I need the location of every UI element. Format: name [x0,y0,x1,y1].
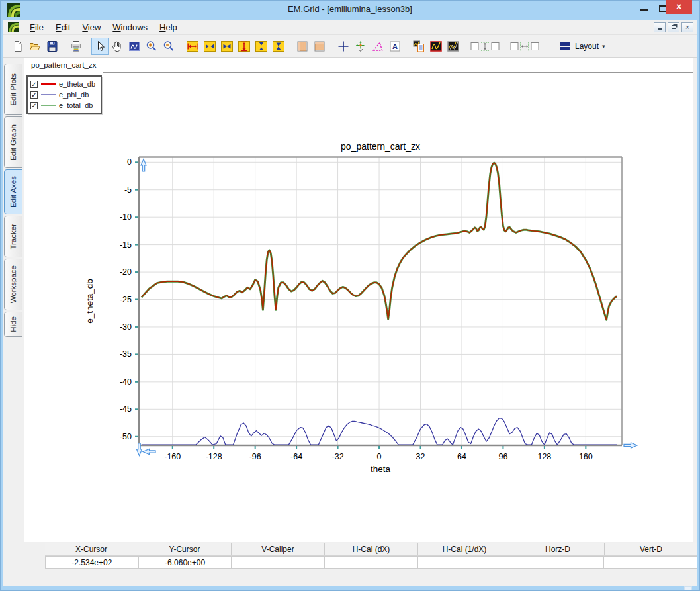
tracker-button[interactable] [352,38,369,55]
menu-windows[interactable]: Windows [107,21,153,34]
sidebar-tab-tracker[interactable]: Tracker [4,216,22,257]
y-tick-label: -15 [120,240,132,250]
minimize-button[interactable] [640,9,648,11]
layout-bars-icon [558,40,572,53]
document-tab[interactable]: po_pattern_cart_zx [24,58,103,73]
layout-dropdown[interactable]: Layout ▾ [554,38,609,54]
menu-file[interactable]: File [24,21,50,34]
menu-help[interactable]: Help [153,21,183,34]
fit-y-button[interactable] [270,38,287,55]
status-column-value: -6.060e+00 [139,556,232,569]
status-column-label: Y-Cursor [138,543,232,555]
status-column-label: V-Caliper [232,543,325,555]
compress-y-button[interactable] [253,38,270,55]
legend-series-label: e_total_db [59,101,93,109]
plot-report-icon [412,40,425,53]
plot-report-button[interactable] [410,38,427,55]
status-column-value [604,556,697,569]
title-bar[interactable]: EM.Grid - [emillumina_lesson3b] × [0,0,700,20]
x-tick-label: 128 [537,452,551,461]
sidebar-tab-label: Edit Axes [9,176,17,208]
v-gridlines-icon [296,40,309,53]
main-area: Edit PlotsEdit GraphEdit AxesTrackerWork… [3,58,697,586]
horizontal-spacing-button[interactable] [508,38,541,55]
caliper-button[interactable] [369,38,386,55]
menu-edit[interactable]: Edit [50,21,76,34]
tracker-crosshair-icon [354,40,367,53]
legend-series-label: e_theta_db [59,80,95,88]
window-title: EM.Grid - [emillumina_lesson3b] [0,4,700,14]
status-column-label: H-Cal (1/dX) [418,543,511,555]
vertical-spacing-button[interactable] [468,38,502,55]
crosshair-icon [337,40,350,53]
pan-tool-button[interactable] [109,38,126,55]
text-label-icon: A [388,40,402,53]
zoom-in-button[interactable] [143,38,160,55]
multi-plot-button[interactable] [445,38,462,55]
legend-row: ✓e_phi_db [30,89,95,100]
legend-checkbox[interactable]: ✓ [30,91,38,99]
chart[interactable]: -160-128-96-64-3203264961281600-5-10-15-… [24,73,693,542]
legend-line-sample [41,94,56,95]
sidebar-tab-hide[interactable]: Hide [4,312,22,337]
cursor-crosshair-button[interactable] [335,38,352,55]
v-compress-icon [255,40,268,53]
y-axis-top-handle[interactable] [141,159,146,172]
print-button[interactable] [67,38,85,55]
horizontal-gridlines-button[interactable] [311,38,328,55]
zoom-in-icon [145,40,158,53]
sidebar-tab-edit-graph[interactable]: Edit Graph [4,116,22,168]
y-tick-label: -25 [120,295,132,304]
svg-text:A: A [392,42,398,50]
mdi-restore-button[interactable] [668,22,679,32]
y-tick-label: -20 [120,267,132,277]
v-spacing-icon [470,40,500,53]
multi-plot-icon [447,40,460,53]
status-column-label: Horz-D [511,543,605,555]
sidebar-tab-edit-plots[interactable]: Edit Plots [4,64,22,115]
legend-row: ✓e_theta_db [30,79,95,89]
close-button[interactable]: × [666,0,692,14]
x-axis-right-handle[interactable] [624,443,637,448]
legend-checkbox[interactable]: ✓ [30,81,38,88]
new-file-button[interactable] [9,38,26,55]
vertical-gridlines-button[interactable] [294,38,311,55]
plot-canvas[interactable]: -160-128-96-64-3203264961281600-5-10-15-… [24,73,693,542]
y-tick-label: -35 [120,349,132,359]
x-axis-left-handle[interactable] [143,449,155,455]
legend-checkbox[interactable]: ✓ [30,102,38,109]
add-text-button[interactable]: A [386,38,404,55]
menu-view[interactable]: View [76,21,107,34]
sidebar-tabstrip: Edit PlotsEdit GraphEdit AxesTrackerWork… [4,64,24,338]
single-plot-button[interactable] [427,38,445,55]
expand-x-button[interactable] [184,38,201,55]
mdi-close-button[interactable]: × [681,22,693,32]
expand-y-button[interactable] [236,38,253,55]
compress-x-button[interactable] [201,38,218,55]
status-column-label: X-Cursor [45,543,138,555]
fit-x-button[interactable] [218,38,236,55]
save-button[interactable] [44,38,61,55]
v-fit-icon [272,40,285,53]
resize-grip[interactable] [684,586,692,590]
sidebar-tab-label: Tracker [9,224,17,250]
zoom-region-button[interactable] [126,38,143,55]
status-column-label: Vert-D [605,543,697,555]
open-file-button[interactable] [26,38,44,55]
mdi-minimize-button[interactable] [654,22,666,32]
y-tick-label: -5 [124,185,132,195]
status-column-value [418,556,511,569]
status-column-value [232,556,325,569]
mdi-window-controls: × [654,22,693,32]
v-expand-icon [238,40,251,53]
legend-box[interactable]: ✓e_theta_db✓e_phi_db✓e_total_db [26,75,102,114]
h-expand-icon [186,40,199,53]
sidebar-tab-workspace[interactable]: Workspace [4,259,22,310]
status-column-label: H-Cal (dX) [325,543,418,555]
sidebar-tab-edit-axes[interactable]: Edit Axes [4,169,22,214]
zoom-out-button[interactable] [160,38,177,55]
y-axis-label: e_theta_db [85,279,95,324]
tracker-status-bar: X-CursorY-CursorV-CaliperH-Cal (dX)H-Cal… [45,543,697,569]
x-tick-label: 96 [498,452,507,461]
select-tool-button[interactable] [91,38,109,55]
